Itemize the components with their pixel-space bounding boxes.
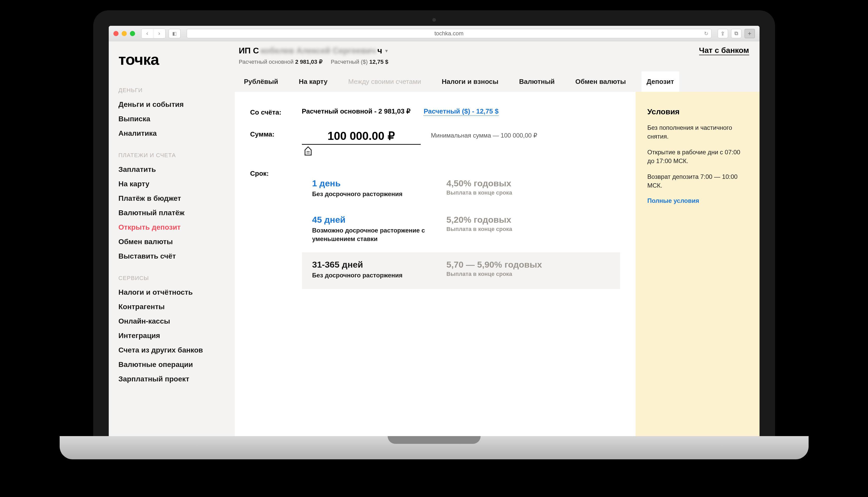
term-title: 1 день xyxy=(312,178,446,188)
url-text: tochka.com xyxy=(435,30,464,37)
url-bar[interactable]: tochka.com xyxy=(187,29,712,38)
sidebar-item-budget-payment[interactable]: Платёж в бюджет xyxy=(109,191,222,206)
back-button[interactable]: ‹ xyxy=(141,29,153,38)
tab-to-card[interactable]: На карту xyxy=(294,71,333,92)
content-area: ИП Скобелев Алексей Сергеевичч ▾ Расчетн… xyxy=(222,41,759,439)
refresh-icon[interactable]: ↻ xyxy=(704,30,708,37)
deposit-form-area: Со счёта: Расчетный основной - 2 981,03 … xyxy=(222,92,759,439)
sidebar-item-issue-invoice[interactable]: Выставить счёт xyxy=(109,249,222,264)
minimize-window-icon[interactable] xyxy=(122,31,127,36)
maximize-window-icon[interactable] xyxy=(130,31,135,36)
page-header: ИП Скобелев Алексей Сергеевичч ▾ Расчетн… xyxy=(222,41,759,71)
from-account-label: Со счёта: xyxy=(250,107,292,116)
laptop-notch xyxy=(388,436,481,444)
camera-icon xyxy=(432,18,436,22)
tab-ruble[interactable]: Рублёвый xyxy=(239,71,283,92)
deposit-form: Со счёта: Расчетный основной - 2 981,03 … xyxy=(235,92,636,439)
term-option-1day[interactable]: 1 день Без досрочного расторжения 4,50% … xyxy=(302,171,620,208)
conditions-panel: Условия Без пополнения и частичного снят… xyxy=(636,92,759,439)
sidebar-item-pay[interactable]: Заплатить xyxy=(109,162,222,177)
sidebar-item-currency-exchange[interactable]: Обмен валюты xyxy=(109,235,222,249)
tab-exchange[interactable]: Обмен валюты xyxy=(570,71,631,92)
term-rate: 5,70 — 5,90% годовых xyxy=(446,260,542,270)
sidebar-item-open-deposit[interactable]: Открыть депозит xyxy=(109,220,222,235)
term-title: 45 дней xyxy=(312,215,446,225)
full-conditions-link[interactable]: Полные условия xyxy=(647,197,699,204)
balance-label: Расчетный основной xyxy=(239,59,294,65)
term-sub: Возможно досрочное расторжение с уменьше… xyxy=(312,226,446,243)
term-options: 1 день Без досрочного расторжения 4,50% … xyxy=(302,171,620,289)
term-rate: 5,20% годовых xyxy=(446,215,512,225)
balance-value: 12,75 $ xyxy=(369,59,388,65)
min-amount-hint: Минимальная сумма — 100 000,00 ₽ xyxy=(431,132,537,139)
account-selector: Расчетный основной - 2 981,03 ₽ Расчетны… xyxy=(302,107,620,116)
nav-section-title: ПЛАТЕЖИ И СЧЕТА xyxy=(109,148,222,162)
slider-handle-icon xyxy=(303,146,313,156)
term-rate-sub: Выплата в конце срока xyxy=(446,226,512,232)
chat-with-bank-link[interactable]: Чат с банком xyxy=(699,46,749,55)
nav-section-title: СЕРВИСЫ xyxy=(109,271,222,285)
balances-row: Расчетный основной 2 981,03 ₽ Расчетный … xyxy=(239,59,388,65)
tab-deposit[interactable]: Депозит xyxy=(642,71,679,92)
nav-section-money: ДЕНЬГИ Деньги и события Выписка Аналитик… xyxy=(109,83,222,141)
term-rate-sub: Выплата в конце срока xyxy=(446,271,542,278)
app-root: точка ДЕНЬГИ Деньги и события Выписка Ан… xyxy=(109,41,759,439)
term-sub: Без досрочного расторжения xyxy=(312,271,446,280)
conditions-text: Открытие в рабочие дни с 07:00 до 17:00 … xyxy=(647,148,748,165)
amount-label: Сумма: xyxy=(250,129,292,138)
tabs-overview-icon[interactable]: ⧉ xyxy=(731,29,742,38)
term-title: 31-365 дней xyxy=(312,260,446,270)
laptop-base xyxy=(60,436,809,459)
nav-section-payments: ПЛАТЕЖИ И СЧЕТА Заплатить На карту Платё… xyxy=(109,148,222,264)
tab-taxes[interactable]: Налоги и взносы xyxy=(437,71,504,92)
screen: ‹ › ◧ tochka.com ↻ ⇪ ⧉ + точка ДЕНЬГИ Де… xyxy=(109,26,759,439)
conditions-title: Условия xyxy=(647,107,748,116)
balance-label: Расчетный ($) xyxy=(331,59,368,65)
laptop-frame: ‹ › ◧ tochka.com ↻ ⇪ ⧉ + точка ДЕНЬГИ Де… xyxy=(93,10,775,439)
forward-button[interactable]: › xyxy=(153,29,165,38)
sidebar-item-online-cash[interactable]: Онлайн-кассы xyxy=(109,314,222,328)
sidebar-item-currency-ops[interactable]: Валютные операции xyxy=(109,357,222,372)
sidebar-item-currency-payment[interactable]: Валютный платёж xyxy=(109,206,222,220)
nav-section-services: СЕРВИСЫ Налоги и отчётность Контрагенты … xyxy=(109,271,222,386)
amount-input[interactable]: 100 000.00 ₽ xyxy=(302,129,421,145)
sidebar-item-payroll[interactable]: Зарплатный проект xyxy=(109,372,222,386)
window-controls xyxy=(113,31,135,36)
share-icon[interactable]: ⇪ xyxy=(718,29,728,38)
close-window-icon[interactable] xyxy=(113,31,119,36)
term-sub: Без досрочного расторжения xyxy=(312,190,446,198)
sidebar-item-events[interactable]: Деньги и события xyxy=(109,97,222,112)
sidebar-toggle-icon[interactable]: ◧ xyxy=(169,29,180,38)
brand-logo: точка xyxy=(109,47,222,75)
merchant-selector[interactable]: ИП Скобелев Алексей Сергеевичч ▾ xyxy=(239,46,388,56)
term-option-45days[interactable]: 45 дней Возможно досрочное расторжение с… xyxy=(302,208,620,252)
sidebar-item-other-banks[interactable]: Счета из других банков xyxy=(109,343,222,357)
term-rate: 4,50% годовых xyxy=(446,178,512,188)
account-option-primary[interactable]: Расчетный основной - 2 981,03 ₽ xyxy=(302,107,411,116)
merchant-prefix: ИП С xyxy=(239,46,259,56)
merchant-name-blurred: кобелев Алексей Сергеевич xyxy=(261,46,376,56)
nav-buttons: ‹ › xyxy=(141,29,166,39)
term-option-31-365days[interactable]: 31-365 дней Без досрочного расторжения 5… xyxy=(302,252,620,289)
amount-slider[interactable] xyxy=(302,146,421,156)
new-tab-button[interactable]: + xyxy=(745,29,755,38)
sidebar-item-taxes[interactable]: Налоги и отчётность xyxy=(109,285,222,300)
term-label: Срок: xyxy=(250,169,292,178)
sidebar-item-counterparties[interactable]: Контрагенты xyxy=(109,300,222,314)
merchant-suffix: ч xyxy=(377,46,382,56)
sidebar-item-integration[interactable]: Интеграция xyxy=(109,328,222,343)
sidebar-item-to-card[interactable]: На карту xyxy=(109,177,222,191)
conditions-text: Возврат депозита 7:00 — 10:00 МСК. xyxy=(647,172,748,190)
tab-between-own: Между своими счетами xyxy=(343,71,426,92)
nav-section-title: ДЕНЬГИ xyxy=(109,83,222,97)
sidebar-item-analytics[interactable]: Аналитика xyxy=(109,126,222,141)
conditions-text: Без пополнения и частичного снятия. xyxy=(647,123,748,141)
chevron-down-icon: ▾ xyxy=(385,48,388,54)
balance-value: 2 981,03 ₽ xyxy=(295,59,322,65)
sidebar: точка ДЕНЬГИ Деньги и события Выписка Ан… xyxy=(109,41,222,439)
tab-currency[interactable]: Валютный xyxy=(514,71,560,92)
payment-tabs: Рублёвый На карту Между своими счетами Н… xyxy=(222,71,759,92)
account-option-usd[interactable]: Расчетный ($) - 12,75 $ xyxy=(424,107,498,116)
sidebar-item-statement[interactable]: Выписка xyxy=(109,112,222,126)
term-rate-sub: Выплата в конце срока xyxy=(446,189,512,196)
